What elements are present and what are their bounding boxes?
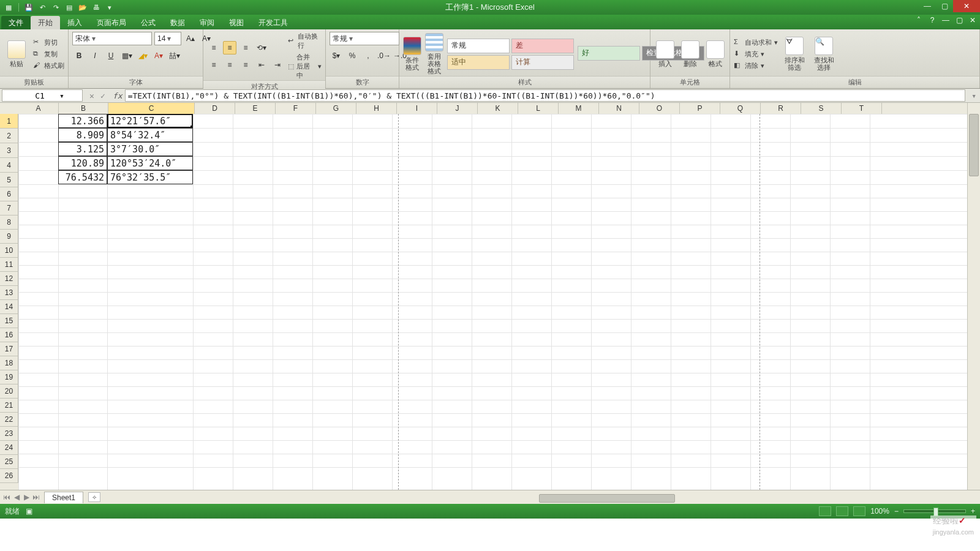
font-size-combo[interactable]: 14▾ — [154, 32, 181, 45]
tab-view[interactable]: 视图 — [222, 16, 251, 29]
column-header[interactable]: O — [639, 103, 680, 114]
tab-developer[interactable]: 开发工具 — [251, 16, 295, 29]
minimize-button[interactable]: — — [919, 0, 936, 12]
view-pagebreak-button[interactable] — [853, 506, 865, 516]
data-cell[interactable]: 76.5432 — [58, 170, 107, 184]
name-box-input[interactable] — [20, 91, 59, 101]
print-icon[interactable]: 🖶 — [91, 2, 101, 12]
column-header[interactable]: S — [801, 103, 842, 114]
view-normal-button[interactable] — [819, 506, 831, 516]
row-header[interactable]: 3 — [0, 143, 18, 158]
orientation-button[interactable]: ⟲▾ — [255, 41, 268, 54]
align-bottom-button[interactable]: ≡ — [239, 41, 252, 54]
column-header[interactable]: P — [680, 103, 720, 114]
row-header[interactable]: 6 — [0, 187, 18, 201]
data-cell[interactable]: 3.125 — [58, 142, 107, 156]
insert-sheet-button[interactable]: ✧ — [88, 492, 100, 502]
row-header[interactable]: 10 — [0, 244, 18, 258]
data-cell[interactable]: 120.89 — [58, 156, 107, 170]
column-header[interactable]: T — [842, 103, 882, 114]
zoom-in-button[interactable]: + — [971, 507, 975, 515]
tab-home[interactable]: 开始 — [31, 16, 60, 29]
fx-icon[interactable]: fx — [110, 91, 125, 100]
column-header[interactable]: M — [559, 103, 599, 114]
tab-layout[interactable]: 页面布局 — [89, 16, 134, 29]
sheet-nav-prev-icon[interactable]: ◀ — [12, 493, 21, 501]
column-header[interactable]: F — [276, 103, 316, 114]
tab-data[interactable]: 数据 — [163, 16, 192, 29]
wrap-text-button[interactable]: ↩自动换行 — [288, 32, 322, 50]
row-header[interactable]: 17 — [0, 342, 18, 356]
data-cell[interactable]: 12°21′57.6″ — [107, 114, 193, 128]
enter-formula-icon[interactable]: ✓ — [98, 91, 108, 100]
row-header[interactable]: 18 — [0, 356, 18, 370]
copy-button[interactable]: ⧉复制 — [33, 50, 64, 59]
help-icon[interactable]: ? — [927, 16, 937, 24]
cut-button[interactable]: ✂剪切 — [33, 38, 64, 47]
data-cell[interactable]: 3°7′30.0″ — [107, 142, 193, 156]
row-header[interactable]: 14 — [0, 300, 18, 314]
style-calc[interactable]: 计算 — [511, 55, 574, 70]
horizontal-scrollbar[interactable] — [527, 493, 968, 504]
paste-button[interactable]: 粘贴 — [4, 33, 29, 75]
insert-cells-button[interactable]: 插入 — [654, 33, 676, 75]
close-button[interactable]: ✕ — [953, 0, 980, 12]
data-cell[interactable]: 8.909 — [58, 128, 107, 142]
column-header[interactable]: E — [235, 103, 276, 114]
delete-cells-button[interactable]: 删除 — [679, 33, 701, 75]
merge-center-button[interactable]: ⬚合并后居中▾ — [288, 53, 322, 80]
clear-button[interactable]: ◧清除▾ — [734, 61, 778, 70]
align-right-button[interactable]: ≡ — [239, 58, 252, 72]
save-icon[interactable]: 💾 — [24, 2, 34, 12]
conditional-format-button[interactable]: 条件格式 — [403, 33, 421, 75]
zoom-slider[interactable] — [903, 509, 966, 513]
row-header[interactable]: 4 — [0, 158, 18, 173]
painter-button[interactable]: 🖌格式刷 — [33, 61, 64, 70]
window-close-icon[interactable]: ✕ — [968, 16, 978, 24]
cell-styles-gallery[interactable]: 常规 差 适中 计算 — [447, 39, 574, 70]
column-header[interactable]: A — [18, 103, 59, 114]
data-cell[interactable]: 12.366 — [58, 114, 107, 128]
column-header[interactable]: L — [518, 103, 559, 114]
open-icon[interactable]: 📂 — [78, 2, 88, 12]
tab-formulas[interactable]: 公式 — [134, 16, 163, 29]
column-header[interactable]: J — [437, 103, 478, 114]
tab-review[interactable]: 审阅 — [192, 16, 222, 29]
comma-button[interactable]: , — [361, 49, 375, 62]
vertical-scroll-thumb[interactable] — [969, 114, 979, 176]
style-bad[interactable]: 差 — [511, 39, 574, 53]
column-header[interactable]: D — [195, 103, 235, 114]
row-header[interactable]: 22 — [0, 413, 18, 427]
column-header[interactable]: N — [599, 103, 639, 114]
find-select-button[interactable]: 🔍查找和选择 — [811, 33, 837, 75]
bold-button[interactable]: B — [72, 49, 86, 62]
sort-filter-button[interactable]: ᗊ排序和筛选 — [782, 33, 807, 75]
autosum-button[interactable]: Σ自动求和▾ — [734, 38, 778, 47]
column-header[interactable]: R — [761, 103, 801, 114]
fill-button[interactable]: ⬇填充▾ — [734, 50, 778, 59]
new-icon[interactable]: ▤ — [64, 2, 74, 12]
format-cells-button[interactable]: 格式 — [704, 33, 726, 75]
column-header[interactable]: H — [356, 103, 397, 114]
column-header[interactable]: Q — [720, 103, 761, 114]
sheet-nav-first-icon[interactable]: ⏮ — [2, 493, 11, 501]
data-cell[interactable]: 120°53′24.0″ — [107, 156, 193, 170]
name-box[interactable]: ▾ — [2, 89, 83, 102]
font-name-combo[interactable]: 宋体▾ — [72, 32, 152, 45]
zoom-slider-thumb[interactable] — [933, 508, 938, 516]
window-restore-icon[interactable]: ▢ — [954, 16, 964, 24]
column-header[interactable]: G — [316, 103, 356, 114]
minimize-ribbon-icon[interactable]: ˄ — [914, 16, 924, 24]
data-cell[interactable]: 76°32′35.5″ — [107, 170, 193, 184]
sheet-nav-next-icon[interactable]: ▶ — [22, 493, 31, 501]
row-header[interactable]: 12 — [0, 272, 18, 286]
style-good[interactable]: 好 — [578, 46, 640, 61]
fill-handle[interactable] — [190, 126, 193, 128]
indent-inc-button[interactable]: ⇥ — [271, 58, 284, 72]
sheet-tab-active[interactable]: Sheet1 — [44, 492, 83, 503]
style-neutral[interactable]: 适中 — [447, 55, 510, 70]
indent-dec-button[interactable]: ⇤ — [255, 58, 268, 72]
data-cell[interactable]: 8°54′32.4″ — [107, 128, 193, 142]
row-header[interactable]: 23 — [0, 427, 18, 441]
grow-font-button[interactable]: A▴ — [184, 32, 197, 45]
